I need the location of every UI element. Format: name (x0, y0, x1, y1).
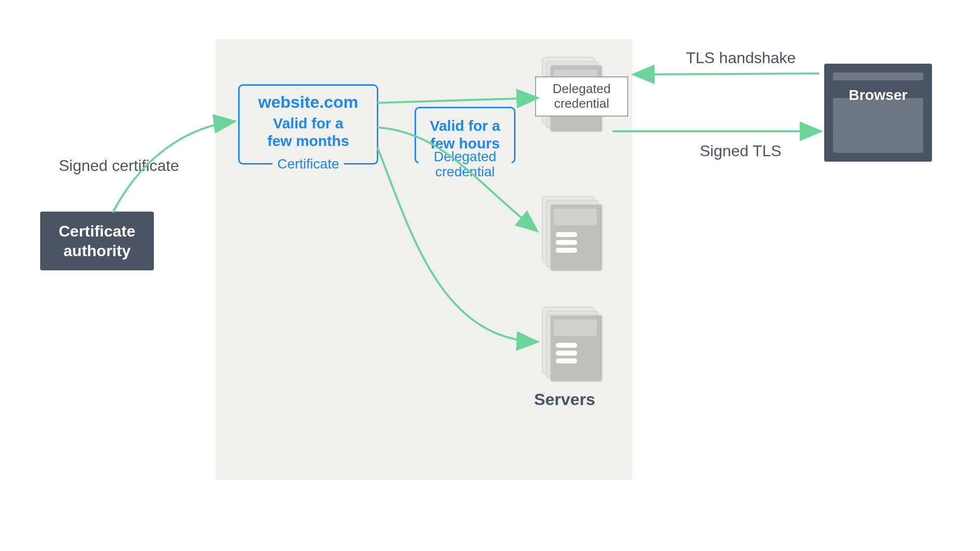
browser-label: Browser (849, 86, 907, 104)
diagram-stage: Certificate authority Browser website.co… (0, 0, 980, 551)
signed-certificate-label: Signed certificate (59, 157, 179, 175)
browser-chrome-top (833, 72, 923, 80)
certificate-domain: website.com (240, 93, 377, 112)
tls-handshake-label: TLS handshake (686, 49, 796, 67)
delegated-credential-popup: Delegated credential (535, 76, 628, 117)
delegated-credential-card: Valid for a few hours Delegated credenti… (415, 107, 515, 164)
certificate-card: website.com Valid for a few months Certi… (238, 84, 378, 165)
delegated-footer: Delegated credential (418, 149, 512, 180)
certificate-authority-box: Certificate authority (40, 212, 154, 270)
certificate-validity: Valid for a few months (240, 115, 377, 150)
delegated-credential-popup-text: Delegated credential (553, 82, 611, 111)
certificate-authority-label: Certificate authority (59, 221, 136, 261)
delegated-validity: Valid for a few hours (416, 117, 514, 152)
signed-tls-label: Signed TLS (700, 142, 782, 160)
server-icon (542, 307, 601, 380)
servers-label: Servers (534, 390, 595, 409)
certificate-footer: Certificate (272, 157, 344, 172)
browser-chrome-inner (833, 98, 923, 153)
browser-box: Browser (824, 64, 932, 162)
server-icon (542, 196, 601, 269)
